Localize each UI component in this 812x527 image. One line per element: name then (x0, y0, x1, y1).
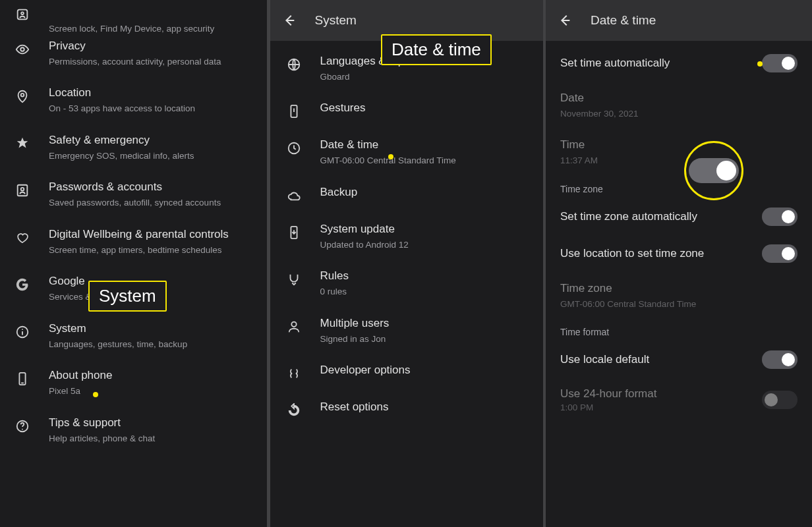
row-sub: Languages, gestures, time, backup (49, 339, 255, 350)
settings-row-digital-wellbeing-parental-controls[interactable]: Digital Wellbeing & parental controls Sc… (0, 218, 267, 265)
row-sub: Permissions, account activity, personal … (49, 56, 255, 68)
system-row-reset-options[interactable]: Reset options (270, 391, 543, 428)
panel3-title: Date & time (591, 13, 656, 28)
rules-icon (286, 271, 302, 287)
tz-header: Time zone (546, 176, 812, 198)
svg-point-5 (21, 188, 24, 191)
row-title: Tips & support (49, 416, 255, 431)
locale-toggle[interactable] (762, 350, 798, 369)
row-sub: 0 rules (320, 286, 531, 298)
row-title: Location (49, 86, 255, 101)
system-row-rules[interactable]: Rules 0 rules (270, 260, 543, 306)
back-icon[interactable] (282, 13, 297, 28)
row-title: Languages & input (320, 54, 531, 69)
time-value: 11:37 AM (560, 155, 800, 167)
set-time-auto-row[interactable]: Set time automatically (546, 45, 812, 82)
tz-row: Time zone GMT-06:00 Central Standard Tim… (546, 272, 812, 319)
row-title: Digital Wellbeing & parental controls (49, 227, 255, 242)
svg-point-8 (22, 329, 23, 330)
users-icon (286, 319, 302, 335)
h24-label: Use 24-hour format (560, 387, 656, 401)
row-sub: Pixel 5a (49, 385, 255, 397)
settings-row-about-phone[interactable]: About phone Pixel 5a (0, 359, 267, 406)
set-time-auto-toggle[interactable] (762, 54, 798, 72)
settings-row-safety-emergency[interactable]: Safety & emergency Emergency SOS, medica… (0, 124, 267, 171)
system-row-backup[interactable]: Backup (270, 176, 543, 213)
security-icon (14, 7, 30, 22)
clock-icon (286, 140, 302, 156)
system-row-developer-options[interactable]: Developer options (270, 354, 543, 391)
locale-row[interactable]: Use locale default (546, 341, 812, 378)
row-title: Passwords & accounts (49, 180, 255, 195)
date-row: Date November 30, 2021 (546, 82, 812, 128)
cloud-icon (286, 188, 302, 204)
back-icon[interactable] (558, 13, 572, 28)
set-tz-auto-toggle[interactable] (762, 208, 798, 226)
row-title: Privacy (49, 39, 255, 54)
dev-icon (286, 366, 302, 381)
svg-point-1 (21, 12, 24, 14)
row-sub: Updated to Android 12 (320, 239, 531, 251)
settings-row-tips-support[interactable]: Tips & support Help articles, phone & ch… (0, 406, 267, 453)
svg-point-12 (22, 429, 23, 430)
set-time-auto-label: Set time automatically (560, 57, 670, 70)
tz-value: GMT-06:00 Central Standard Time (560, 298, 800, 310)
upd-icon (286, 225, 302, 240)
set-tz-auto-row[interactable]: Set time zone automatically (546, 198, 812, 235)
system-row-multiple-users[interactable]: Multiple users Signed in as Jon (270, 307, 543, 354)
row-sub: Help articles, phone & chat (49, 433, 255, 445)
reset-icon (286, 402, 302, 418)
settings-row-location[interactable]: Location On - 53 apps have access to loc… (0, 76, 267, 123)
row-sub: Services & preferences (49, 291, 255, 303)
row-title: System (49, 321, 255, 337)
panel2-title: System (315, 13, 357, 28)
pin-icon (14, 88, 30, 104)
system-row-date-time[interactable]: Date & time GMT-06:00 Central Standard T… (270, 128, 543, 175)
locale-label: Use locale default (560, 353, 649, 366)
row-title: Backup (320, 185, 531, 200)
row-sub: Emergency SOS, medical info, alerts (49, 150, 255, 162)
loc-tz-toggle[interactable] (762, 244, 798, 263)
row-title: Gestures (320, 101, 531, 116)
system-row-languages-input[interactable]: Languages & input Gboard (270, 45, 543, 92)
system-row-gestures[interactable]: Gestures (270, 92, 543, 128)
h24-row: Use 24-hour format 1:00 PM (546, 378, 812, 422)
svg-point-3 (21, 94, 24, 97)
tz-title: Time zone (560, 281, 800, 296)
system-row-system-update[interactable]: System update Updated to Android 12 (270, 213, 543, 260)
date-title: Date (560, 91, 800, 106)
row-sub: On - 53 apps have access to location (49, 103, 255, 115)
row-title: System update (320, 222, 531, 237)
globe-icon (286, 57, 302, 72)
loc-tz-label: Use location to set time zone (560, 247, 704, 260)
loc-tz-row[interactable]: Use location to set time zone (546, 235, 812, 272)
settings-row-google[interactable]: Google Services & preferences (0, 265, 267, 312)
row-title: Multiple users (320, 316, 531, 331)
phone-icon (14, 371, 30, 387)
row-sub: Gboard (320, 71, 531, 83)
google-icon (14, 277, 30, 292)
settings-row-privacy[interactable]: Privacy Permissions, account activity, p… (0, 38, 267, 76)
tf-header: Time format (546, 319, 812, 341)
heart-icon (14, 230, 30, 246)
security-sub: Screen lock, Find My Device, app securit… (0, 24, 267, 38)
settings-row-passwords-accounts[interactable]: Passwords & accounts Saved passwords, au… (0, 171, 267, 217)
magnified-toggle (689, 158, 739, 183)
row-sub: Screen time, app timers, bedtime schedul… (49, 244, 255, 256)
date-value: November 30, 2021 (560, 108, 800, 120)
time-row: Time 11:37 AM (546, 128, 812, 175)
settings-row-system[interactable]: System Languages, gestures, time, backup (0, 312, 267, 359)
row-title: Safety & emergency (49, 133, 255, 148)
h24-toggle (762, 391, 798, 409)
row-title: Developer options (320, 363, 531, 378)
star-icon (14, 136, 30, 152)
svg-point-17 (291, 322, 296, 327)
set-tz-auto-label: Set time zone automatically (560, 210, 697, 223)
row-title: Reset options (320, 400, 531, 415)
svg-point-2 (20, 47, 24, 51)
row-title: Google (49, 274, 255, 289)
info-icon (14, 324, 30, 340)
row-title: Rules (320, 269, 531, 284)
time-title: Time (560, 138, 800, 153)
eye-icon (14, 42, 30, 57)
